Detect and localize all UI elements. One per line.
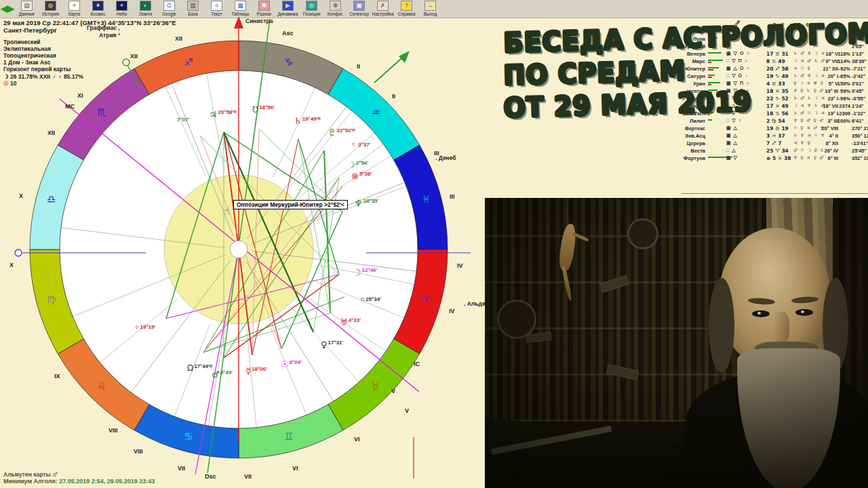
cell-dig: ♆ ♀ ♂ ♀ ♂ bbox=[793, 118, 818, 123]
cell-dig: ♄ ♂ ☉ ☽ ♃ bbox=[793, 110, 818, 116]
planet-mercury[interactable]: ☿18°06' bbox=[245, 367, 267, 375]
table-row-лилит: Лилит□ ▽ ♀2 ♍ 54♆ ♀ ♂ ♀ ♂3° III100%6'41" bbox=[666, 118, 868, 125]
cell-pos: 7 ♐ 7 bbox=[766, 140, 792, 146]
cell-dig: ♆ ♀ ♄ ♀ ♂ bbox=[793, 88, 818, 94]
house-label-mc: MC bbox=[65, 103, 75, 110]
strength-bars bbox=[708, 157, 724, 159]
planet-degree-label: 18°56' bbox=[259, 105, 275, 110]
house-label-ix: IX bbox=[54, 373, 60, 380]
planet-moon-green[interactable]: ☽2°54' bbox=[348, 161, 368, 169]
zodiac-sign-scorpio: ♏ bbox=[97, 106, 106, 119]
pluto-icon: ♇ bbox=[328, 128, 336, 137]
cell-orb: 1'13" bbox=[852, 51, 868, 57]
planet-mars[interactable]: ♂8°49' bbox=[212, 370, 233, 379]
cell-dig: ♄ ♆ ♃ ☉ ♆ bbox=[793, 133, 818, 138]
zodiac-sign-sagittarius: ♐ bbox=[184, 56, 193, 68]
coords-type: Эклиптикальная bbox=[3, 45, 176, 52]
aspect-tooltip: Оппозиция Меркурий-Юпитер >2°52'< bbox=[233, 200, 348, 209]
planet-point-25-34[interactable]: ◇25°34' bbox=[361, 297, 381, 302]
cell-pos: 19 ♑ 49 bbox=[766, 73, 792, 79]
cell-sym: □ △ bbox=[726, 148, 736, 153]
planet-degree-label: 4°33' bbox=[349, 318, 361, 323]
planet-degree-label: 17°49' bbox=[194, 364, 210, 369]
footer-status: Альмутен карты ♂ Минимум Алголя: 27.05.2… bbox=[3, 471, 155, 485]
house-label-iii: III bbox=[450, 193, 455, 200]
retro-flag: R bbox=[318, 117, 321, 121]
planet-point-7-07[interactable]: 7°07' bbox=[176, 117, 189, 123]
house-label-xi: XI bbox=[77, 92, 83, 99]
retro-flag: D bbox=[210, 364, 212, 368]
cell-pos: 8 ♋ 49 bbox=[766, 58, 792, 64]
zodiac-sign-pisces: ♓ bbox=[422, 193, 431, 205]
planet-lilith[interactable]: ☾3°37' bbox=[352, 142, 371, 148]
cell-orb: 6'41" bbox=[852, 118, 868, 124]
cell-orb: -13'41" 9'2" bbox=[852, 140, 868, 146]
cell-sym: ▣ △ O ♃ bbox=[726, 66, 751, 71]
cell-dig: ☽ ♃ ♂ ♄ ♂ bbox=[793, 58, 818, 64]
planet-degree-label: 7°07' bbox=[177, 117, 189, 123]
cell-pct: 114% bbox=[835, 58, 850, 64]
zodiac-sign-aquarius: ♒ bbox=[372, 106, 380, 119]
planet-venus[interactable]: ♀17°31' bbox=[321, 340, 343, 349]
planet-saturn[interactable]: ♄19°49'R bbox=[294, 117, 321, 125]
almuten-label: Альмутен карты bbox=[3, 471, 51, 478]
venus-icon: ♀ bbox=[321, 340, 328, 349]
cell-house: 4° II bbox=[818, 133, 838, 139]
planet-degree-label: 12°46' bbox=[362, 268, 378, 273]
uranus-icon: ♅ bbox=[340, 318, 348, 327]
cell-sym: ▣ △ bbox=[726, 140, 738, 146]
house-label-vi: VI bbox=[354, 436, 360, 443]
cell-orb: 38'39" bbox=[852, 58, 868, 64]
cell-dig: ☉ ♀ ♃ ♂ ♆ bbox=[793, 125, 818, 131]
zodiac-sign-capricorn: ♑ bbox=[284, 56, 293, 68]
cell-pos: 18 ♓ 35 bbox=[766, 88, 792, 94]
cell-sym: ▣ ▽ bbox=[726, 155, 738, 161]
center-type: Топоцентрическая bbox=[3, 52, 176, 59]
house-label-vi: VI bbox=[292, 465, 298, 472]
cell-pct: 118% bbox=[835, 51, 850, 57]
house-label-viii: VIII bbox=[108, 427, 118, 434]
planet-south-node[interactable]: Ω18°56' bbox=[252, 105, 275, 113]
mercury-icon: ☿ bbox=[245, 367, 251, 375]
planet-degree-label: 19°49' bbox=[302, 117, 318, 122]
video-title-line3: ОТ 29 МАЯ 2019 bbox=[503, 85, 752, 123]
zodiac-sign-taurus: ♉ bbox=[372, 380, 380, 392]
strength-bars bbox=[708, 119, 724, 121]
house-label-viii: VIII bbox=[134, 448, 143, 455]
planet-sun[interactable]: ☉8°09' bbox=[281, 360, 302, 369]
table-row-экв.асц: Экв.Асц▣ △3 ♒ 37♄ ♆ ♃ ☉ ♆4° II350° 12'59… bbox=[666, 133, 868, 140]
planet-degree-label: 22°52' bbox=[337, 128, 353, 134]
cell-house: 8° XII bbox=[818, 140, 838, 146]
cell-dig: ♂ ☉ ☽ ♀ ♄ bbox=[793, 148, 818, 153]
cell-orb: 0'45" bbox=[852, 88, 868, 94]
planet-north-node[interactable]: Ω17°49'D bbox=[187, 364, 212, 372]
cell-sym: □ ▽ ♀ bbox=[726, 118, 743, 123]
cell-orb: -7'21" bbox=[852, 66, 868, 72]
planet-jupiter[interactable]: ♃20°58'R bbox=[209, 110, 237, 119]
planet-degree-label: 8°09' bbox=[290, 360, 302, 365]
planet-fortuna-wheel[interactable]: ⊗5°38' bbox=[351, 171, 372, 180]
retro-flag: R bbox=[353, 128, 355, 132]
planet-chiron[interactable]: ✧19°19' bbox=[134, 325, 155, 331]
house-label-xii: XII bbox=[130, 53, 138, 60]
cell-orb: 3'01" bbox=[852, 81, 868, 87]
zodiac-type: Тропический bbox=[3, 39, 176, 45]
table-row-марс: Марс□ ▽ Π ♂8 ♋ 49☽ ♃ ♂ ♄ ♂9° VII114%38'3… bbox=[666, 58, 868, 66]
cell-sym: ▣ △ bbox=[726, 125, 738, 131]
house-label-x: X bbox=[19, 192, 23, 199]
planet-moon[interactable]: ☽12°46' bbox=[353, 268, 377, 277]
planet-pluto[interactable]: ♇22°52'R bbox=[328, 128, 355, 137]
planet-degree-label: 19°19' bbox=[140, 325, 156, 330]
house-label-vii: VII bbox=[244, 473, 252, 480]
planet-uranus[interactable]: ♅4°33' bbox=[340, 318, 361, 327]
planet-neptune[interactable]: ♆18°35' bbox=[354, 199, 378, 208]
cell-orb: 350° 12'59" bbox=[852, 133, 868, 139]
cell-orb: 352° 10'58" bbox=[852, 155, 868, 161]
house-label-xii: XII bbox=[175, 35, 182, 42]
webcam-overlay bbox=[485, 198, 868, 488]
zodiac-sign-virgo: ♍ bbox=[47, 293, 56, 306]
house-label-iv: IV bbox=[457, 262, 463, 269]
cell-pct: 59% bbox=[835, 88, 850, 94]
house-label-vii: VII bbox=[178, 465, 185, 472]
cell-pct: 2374 bbox=[835, 103, 850, 109]
